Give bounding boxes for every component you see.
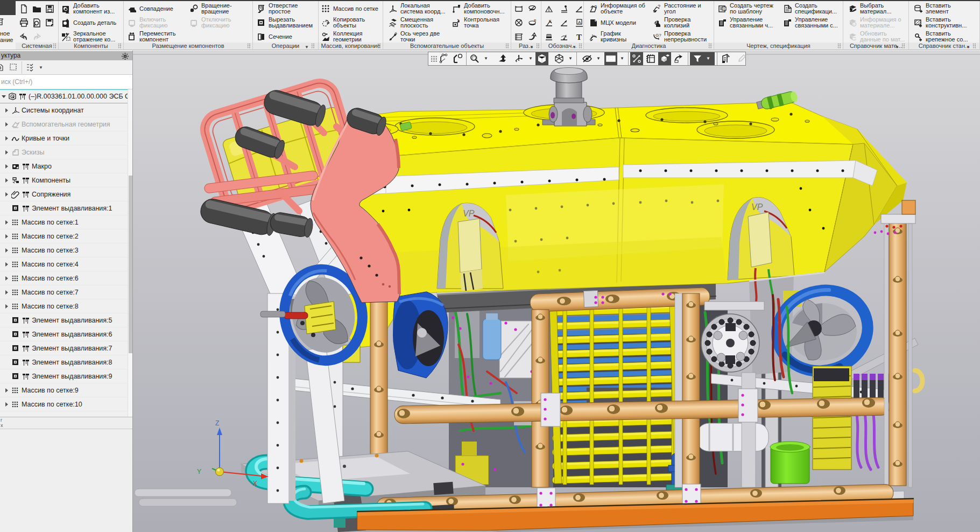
svg-text:E: E [549,19,552,23]
svg-text:VP: VP [463,209,475,218]
svg-text:X: X [253,480,257,487]
svg-text:?: ? [658,4,660,9]
svg-text:Y: Y [197,468,201,475]
svg-text:?: ? [594,4,597,10]
svg-text:G?: G? [655,33,661,38]
svg-text:T: T [723,7,725,10]
svg-text:T: T [576,33,582,41]
svg-text:R: R [534,19,537,22]
svg-text:A: A [578,19,581,24]
svg-text:Z: Z [215,419,219,427]
svg-text:VP: VP [751,202,763,212]
svg-text:i: i [854,22,855,26]
